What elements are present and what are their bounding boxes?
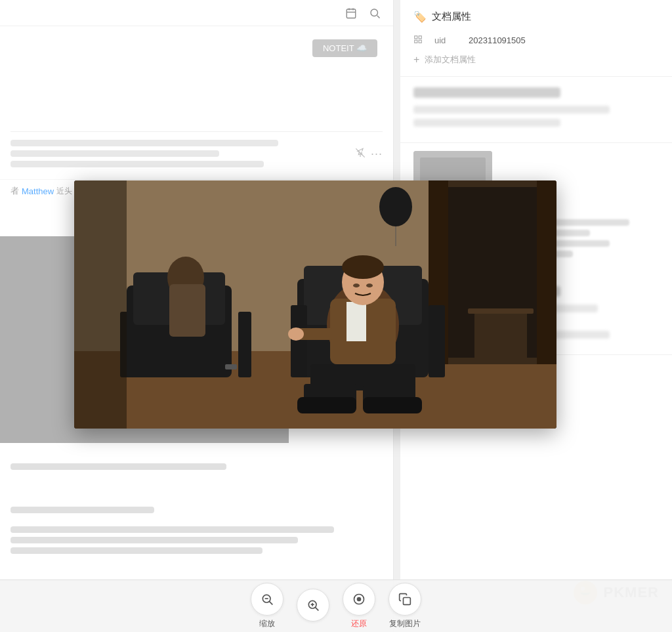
svg-rect-12 (415, 40, 417, 43)
bt-line-3a (10, 526, 334, 533)
svg-rect-13 (419, 40, 421, 43)
svg-point-4 (371, 9, 378, 16)
grid-icon (413, 35, 427, 46)
svg-line-5 (377, 15, 380, 18)
bottom-text-row-2 (10, 507, 370, 513)
doc-props-icon: 🏷️ (413, 11, 427, 23)
note-item-actions: ··· (355, 147, 383, 161)
toolbar (0, 0, 393, 26)
svg-rect-52 (474, 312, 527, 364)
bottom-text-area (0, 453, 381, 564)
author-suffix: 近头 (56, 186, 72, 197)
restore-button[interactable] (343, 583, 375, 616)
svg-rect-32 (291, 305, 307, 377)
svg-rect-0 (346, 9, 356, 18)
svg-rect-65 (404, 598, 411, 605)
svg-rect-36 (346, 302, 366, 341)
blur-line-1b (413, 119, 560, 127)
svg-rect-53 (468, 308, 534, 314)
svg-point-47 (288, 327, 304, 341)
add-icon: + (413, 54, 419, 66)
copy-image-action[interactable]: 复制图片 (388, 583, 421, 629)
noteit-label: NOTEIT ☁️ (323, 43, 367, 53)
restore-label: 还原 (351, 618, 367, 629)
bt-line-3b (10, 537, 298, 543)
search-icon[interactable] (367, 5, 383, 21)
svg-line-58 (269, 601, 272, 604)
text-line-2 (10, 150, 219, 157)
svg-rect-29 (238, 312, 251, 377)
bt-line-1a (10, 463, 226, 470)
svg-rect-11 (419, 36, 421, 39)
author-name: Matthew (22, 186, 54, 196)
zoom-out-button[interactable] (251, 583, 284, 616)
scene-svg (74, 180, 556, 429)
uid-value: 202311091505 (469, 35, 526, 45)
svg-rect-33 (429, 305, 445, 377)
restore-action[interactable]: 还原 (343, 583, 375, 629)
doc-props-title: 🏷️ 文档属性 (413, 11, 659, 23)
doc-props-label: 文档属性 (432, 11, 471, 23)
note-content-area: NOTEIT ☁️ (0, 26, 393, 131)
text-line-3 (10, 161, 264, 167)
author-prefix: 者 (10, 185, 19, 197)
copy-image-button[interactable] (388, 583, 421, 616)
blur-line-1a (413, 106, 610, 114)
bottom-toolbar: 缩放 还原 复制图片 (0, 579, 672, 632)
more-icon[interactable]: ··· (371, 147, 383, 161)
note-item-header: ··· (10, 140, 383, 167)
zoom-out-label: 缩放 (259, 618, 275, 629)
note-text-preview (10, 140, 308, 167)
svg-point-40 (366, 284, 373, 287)
svg-rect-50 (225, 364, 237, 369)
text-line-1 (10, 140, 278, 146)
svg-point-39 (353, 284, 360, 287)
copy-image-label: 复制图片 (389, 618, 421, 629)
bt-line-2a (10, 507, 154, 513)
unpin-icon[interactable] (355, 148, 366, 160)
zoom-in-action[interactable] (297, 589, 329, 624)
svg-line-62 (315, 607, 318, 610)
svg-point-38 (342, 255, 384, 279)
bt-line-3c (10, 547, 262, 554)
calendar-icon[interactable] (343, 5, 359, 21)
svg-rect-44 (297, 397, 356, 413)
blurred-block-1 (400, 77, 672, 143)
zoom-in-button[interactable] (297, 589, 329, 621)
svg-rect-51 (74, 180, 127, 429)
add-prop-row[interactable]: + 添加文档属性 (413, 54, 659, 66)
image-overlay (74, 180, 556, 429)
svg-rect-10 (415, 36, 417, 39)
doc-props-section: 🏷️ 文档属性 uid 202311091505 + 添加文档属性 (400, 0, 672, 77)
svg-point-64 (358, 598, 361, 601)
bottom-text-row-1 (10, 463, 370, 470)
uid-row: uid 202311091505 (413, 32, 659, 49)
zoom-out-action[interactable]: 缩放 (251, 583, 284, 629)
svg-point-54 (379, 187, 412, 226)
noteit-button[interactable]: NOTEIT ☁️ (312, 39, 377, 57)
svg-rect-49 (169, 284, 205, 337)
add-prop-label: 添加文档属性 (425, 54, 476, 66)
svg-rect-25 (537, 180, 556, 364)
svg-rect-45 (363, 397, 422, 413)
blur-title-1 (413, 87, 560, 98)
uid-label: uid (434, 35, 461, 45)
note-item: ··· (0, 132, 393, 180)
